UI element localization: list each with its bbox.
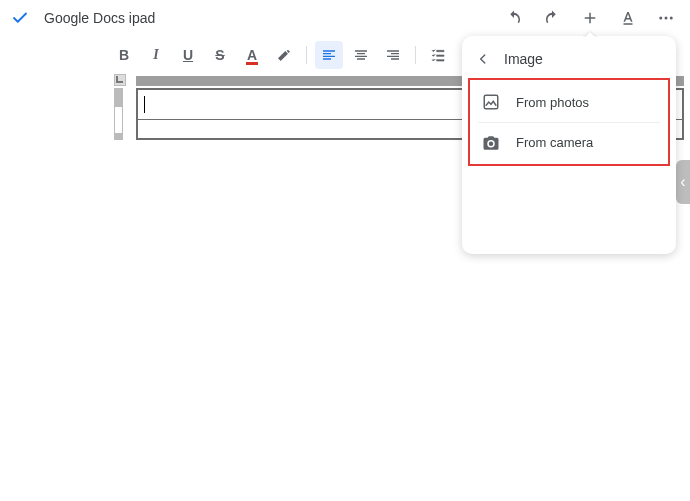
top-bar: Google Docs ipad xyxy=(0,0,690,36)
photos-icon xyxy=(480,91,502,113)
text-format-icon[interactable] xyxy=(616,6,640,30)
ruler-corner-icon xyxy=(114,74,126,86)
align-right-button[interactable] xyxy=(379,41,407,69)
menu-item-label: From photos xyxy=(516,95,589,110)
svg-rect-10 xyxy=(484,95,498,109)
svg-point-1 xyxy=(659,17,662,20)
svg-point-2 xyxy=(665,17,668,20)
text-cursor xyxy=(144,96,145,113)
checklist-button[interactable] xyxy=(424,41,452,69)
done-check-icon[interactable] xyxy=(10,8,30,28)
top-actions xyxy=(502,6,680,30)
undo-icon[interactable] xyxy=(502,6,526,30)
popup-pointer xyxy=(583,32,597,39)
text-color-button[interactable]: A xyxy=(238,41,266,69)
vertical-ruler[interactable] xyxy=(114,88,123,140)
align-left-button[interactable] xyxy=(315,41,343,69)
from-photos-option[interactable]: From photos xyxy=(478,82,660,122)
side-drawer-handle[interactable]: ‹ xyxy=(676,160,690,204)
strikethrough-button[interactable]: S xyxy=(206,41,234,69)
highlighted-options: From photos From camera xyxy=(468,78,670,166)
redo-icon[interactable] xyxy=(540,6,564,30)
document-title[interactable]: Google Docs ipad xyxy=(44,10,155,26)
back-icon[interactable] xyxy=(472,48,494,70)
align-center-button[interactable] xyxy=(347,41,375,69)
separator xyxy=(306,46,307,64)
menu-item-label: From camera xyxy=(516,135,593,150)
more-icon[interactable] xyxy=(654,6,678,30)
highlight-button[interactable] xyxy=(270,41,298,69)
svg-rect-0 xyxy=(624,23,633,25)
camera-icon xyxy=(480,132,502,154)
separator xyxy=(415,46,416,64)
italic-button[interactable]: I xyxy=(142,41,170,69)
from-camera-option[interactable]: From camera xyxy=(478,122,660,162)
bold-button[interactable]: B xyxy=(110,41,138,69)
panel-title: Image xyxy=(504,51,543,67)
svg-point-3 xyxy=(670,17,673,20)
underline-button[interactable]: U xyxy=(174,41,202,69)
insert-image-panel: Image From photos From camera xyxy=(462,36,676,254)
insert-plus-icon[interactable] xyxy=(578,6,602,30)
panel-header: Image xyxy=(462,40,676,78)
